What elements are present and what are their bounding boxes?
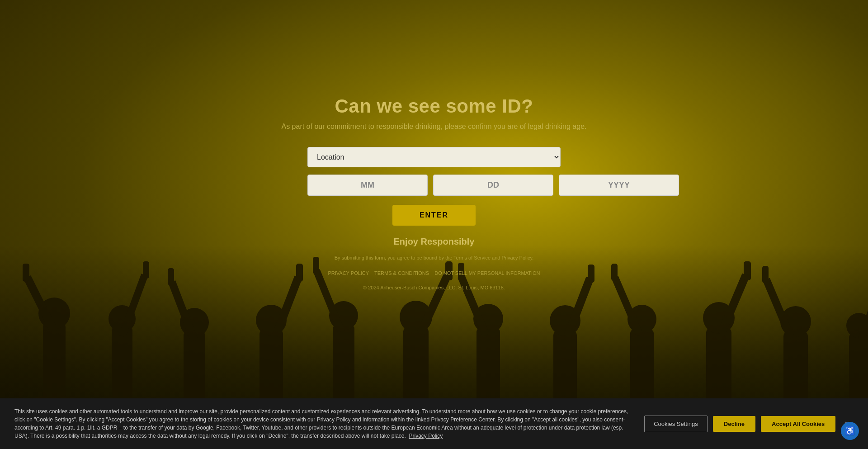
age-verification-form: Location United States United Kingdom Ca…	[307, 147, 561, 291]
terms-link[interactable]: TERMS & CONDITIONS	[374, 270, 429, 276]
page-title: Can we see some ID?	[335, 95, 533, 117]
enter-button[interactable]: ENTER	[392, 205, 476, 226]
accessibility-button[interactable]: ♿	[841, 422, 859, 440]
copyright-text: © 2024 Anheuser-Busch Companies, LLC. St…	[363, 285, 505, 290]
accessibility-icon: ♿	[845, 426, 855, 436]
accept-all-cookies-button[interactable]: Accept All Cookies	[761, 416, 835, 432]
cookie-banner: This site uses cookies and other automat…	[0, 398, 868, 449]
cookie-text: This site uses cookies and other automat…	[14, 407, 633, 440]
page-subtitle: As part of our commitment to responsible…	[281, 123, 586, 131]
do-not-sell-link[interactable]: DO NOT SELL MY PERSONAL INFORMATION	[434, 270, 540, 276]
legal-links: PRIVACY POLICY TERMS & CONDITIONS DO NOT…	[328, 270, 540, 276]
cookie-buttons: Cookies Settings Decline Accept All Cook…	[644, 416, 854, 432]
month-input[interactable]	[307, 175, 428, 196]
date-row	[307, 175, 561, 196]
day-input[interactable]	[433, 175, 553, 196]
privacy-policy-cookie-link[interactable]: Privacy Policy	[409, 433, 443, 439]
year-input[interactable]	[559, 175, 679, 196]
decline-button[interactable]: Decline	[713, 416, 755, 432]
main-content: Can we see some ID? As part of our commi…	[0, 0, 868, 413]
legal-text: By submitting this form, you agree to be…	[335, 254, 533, 262]
privacy-policy-link[interactable]: PRIVACY POLICY	[328, 270, 368, 276]
cookies-settings-button[interactable]: Cookies Settings	[644, 416, 708, 432]
cookie-message: This site uses cookies and other automat…	[14, 408, 628, 439]
location-select[interactable]: Location United States United Kingdom Ca…	[307, 147, 561, 167]
enjoy-responsibly-text: Enjoy Responsibly	[394, 236, 475, 247]
